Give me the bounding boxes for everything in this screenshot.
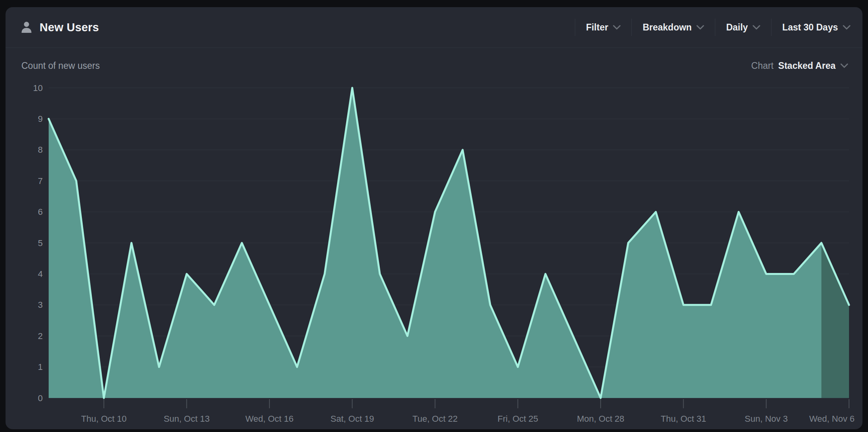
chart-type-selector-label: Chart: [751, 61, 773, 71]
page: { "header": { "title": "New Users", "con…: [0, 0, 868, 432]
date-range-dropdown-label: Last 30 Days: [782, 22, 838, 33]
chevron-down-icon: [752, 25, 760, 30]
area-fill-current-period: [821, 243, 849, 398]
x-axis-label: Thu, Oct 31: [661, 414, 706, 424]
y-axis-label: 10: [33, 83, 43, 93]
x-axis-label: Sat, Oct 19: [330, 414, 374, 424]
chevron-down-icon: [840, 63, 848, 68]
user-icon: [21, 21, 32, 34]
metric-label: Count of new users: [21, 61, 100, 71]
chevron-down-icon: [843, 25, 851, 30]
y-axis-label: 8: [38, 145, 43, 155]
date-range-dropdown[interactable]: Last 30 Days: [771, 19, 859, 36]
granularity-dropdown-label: Daily: [726, 22, 748, 33]
card-header-left: New Users: [21, 21, 99, 34]
x-axis-label: Sun, Nov 3: [745, 414, 788, 424]
x-axis-label: Mon, Oct 28: [577, 414, 624, 424]
y-axis-label: 7: [38, 176, 43, 186]
breakdown-dropdown[interactable]: Breakdown: [631, 19, 715, 36]
filter-dropdown-label: Filter: [586, 22, 608, 33]
y-axis-label: 2: [38, 331, 43, 341]
x-axis-label: Fri, Oct 25: [498, 414, 538, 424]
x-axis-label: Thu, Oct 10: [81, 414, 127, 424]
chart-type-selector[interactable]: Chart Stacked Area: [751, 61, 848, 71]
y-axis-label: 3: [38, 300, 43, 310]
y-axis-label: 5: [38, 238, 43, 248]
x-axis-label: Sun, Oct 13: [164, 414, 210, 424]
chart-subheader: Count of new users Chart Stacked Area: [6, 48, 862, 78]
page-title: New Users: [40, 21, 99, 34]
header-controls: Filter Breakdown Daily Last 30 Days: [575, 19, 859, 36]
y-axis-label: 6: [38, 207, 43, 217]
x-axis-label: Wed, Oct 16: [245, 414, 294, 424]
y-axis-label: 9: [38, 114, 43, 124]
card-header: New Users Filter Breakdown Daily Last 30…: [6, 7, 862, 48]
granularity-dropdown[interactable]: Daily: [715, 19, 771, 36]
x-axis-label: Wed, Nov 6: [809, 414, 855, 424]
y-axis-label: 4: [38, 269, 43, 279]
analytics-card: New Users Filter Breakdown Daily Last 30…: [6, 7, 862, 429]
breakdown-dropdown-label: Breakdown: [642, 22, 692, 33]
filter-dropdown[interactable]: Filter: [575, 19, 631, 36]
y-axis-label: 1: [38, 362, 43, 372]
chevron-down-icon: [696, 25, 704, 30]
chevron-down-icon: [613, 25, 621, 30]
x-axis-label: Tue, Oct 22: [413, 414, 458, 424]
y-axis-label: 0: [38, 393, 43, 403]
chart-type-selector-value: Stacked Area: [778, 61, 836, 71]
